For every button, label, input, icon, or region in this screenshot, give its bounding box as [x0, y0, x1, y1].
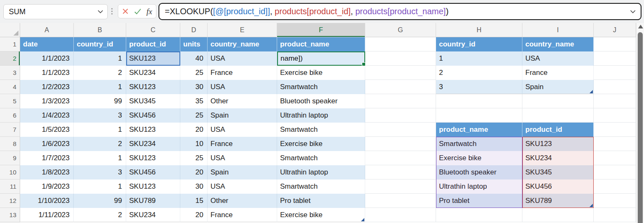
cell-I13[interactable]: [522, 208, 594, 222]
cell-G11[interactable]: [365, 179, 436, 194]
column-header-F[interactable]: F: [277, 23, 365, 37]
cell-J9[interactable]: [594, 151, 636, 165]
row-header-11[interactable]: 11: [0, 179, 20, 194]
cell-C10[interactable]: SKU456: [126, 165, 180, 179]
table-resize-handle-I4[interactable]: [589, 90, 593, 93]
row-header-4[interactable]: 4: [0, 80, 20, 94]
cell-H12[interactable]: Pro tablet: [436, 194, 522, 208]
cell-A6[interactable]: 1/4/2023: [20, 108, 74, 123]
cell-C1[interactable]: product_id: [126, 37, 180, 51]
fill-handle[interactable]: [362, 62, 366, 66]
cell-F6[interactable]: Ultrathin laptop: [277, 108, 365, 123]
cell-F4[interactable]: Smartwatch: [277, 80, 365, 94]
row-header-10[interactable]: 10: [0, 165, 20, 179]
cell-C9[interactable]: SKU123: [126, 151, 180, 165]
cell-F5[interactable]: Bluetooth speaker: [277, 94, 365, 108]
cell-B7[interactable]: 1: [74, 123, 126, 137]
cell-B8[interactable]: 2: [74, 137, 126, 151]
cell-H2[interactable]: 1: [436, 51, 522, 66]
cell-A13[interactable]: 1/11/2023: [20, 208, 74, 222]
cell-G3[interactable]: [365, 66, 436, 80]
cell-G5[interactable]: [365, 94, 436, 108]
cell-J11[interactable]: [594, 179, 636, 194]
cell-E2[interactable]: USA: [208, 51, 277, 66]
cell-C5[interactable]: SKU345: [126, 94, 180, 108]
cell-H4[interactable]: 3: [436, 80, 522, 94]
cell-H6[interactable]: [436, 108, 522, 123]
column-header-H[interactable]: H: [436, 23, 522, 37]
cell-G8[interactable]: [365, 137, 436, 151]
cell-B10[interactable]: 3: [74, 165, 126, 179]
cell-B2[interactable]: 1: [74, 51, 126, 66]
cell-A8[interactable]: 1/6/2023: [20, 137, 74, 151]
cell-C8[interactable]: SKU234: [126, 137, 180, 151]
cell-C13[interactable]: SKU234: [126, 208, 180, 222]
cell-J7[interactable]: [594, 123, 636, 137]
cell-B5[interactable]: 99: [74, 94, 126, 108]
cell-A5[interactable]: 1/3/2023: [20, 94, 74, 108]
cell-C12[interactable]: SKU789: [126, 194, 180, 208]
column-header-E[interactable]: E: [208, 23, 277, 37]
cell-E7[interactable]: USA: [208, 123, 277, 137]
cell-G12[interactable]: [365, 194, 436, 208]
cell-H11[interactable]: Ultrathin laptop: [436, 179, 522, 194]
cell-E11[interactable]: USA: [208, 179, 277, 194]
cell-I12[interactable]: SKU789: [522, 194, 594, 208]
cell-B3[interactable]: 2: [74, 66, 126, 80]
cell-I11[interactable]: SKU456: [522, 179, 594, 194]
cell-H9[interactable]: Exercise bike: [436, 151, 522, 165]
cell-I3[interactable]: France: [522, 66, 594, 80]
cell-C6[interactable]: SKU456: [126, 108, 180, 123]
cell-D10[interactable]: 20: [180, 165, 208, 179]
cell-D5[interactable]: 35: [180, 94, 208, 108]
cell-I2[interactable]: USA: [522, 51, 594, 66]
row-header-2[interactable]: 2: [0, 51, 20, 66]
cell-A1[interactable]: date: [20, 37, 74, 51]
cell-A7[interactable]: 1/5/2023: [20, 123, 74, 137]
row-header-3[interactable]: 3: [0, 66, 20, 80]
cell-B6[interactable]: 3: [74, 108, 126, 123]
column-header-I[interactable]: I: [522, 23, 594, 37]
cell-J12[interactable]: [594, 194, 636, 208]
cell-H1[interactable]: country_id: [436, 37, 522, 51]
cell-J2[interactable]: [594, 51, 636, 66]
cell-G13[interactable]: [365, 208, 436, 222]
cell-E4[interactable]: USA: [208, 80, 277, 94]
row-header-12[interactable]: 12: [0, 194, 20, 208]
cell-J8[interactable]: [594, 137, 636, 151]
row-header-9[interactable]: 9: [0, 151, 20, 165]
cell-E5[interactable]: Other: [208, 94, 277, 108]
cell-F7[interactable]: Smartwatch: [277, 123, 365, 137]
cell-I7[interactable]: product_id: [522, 123, 594, 137]
cell-B1[interactable]: country_id: [74, 37, 126, 51]
cell-E1[interactable]: country_name: [208, 37, 277, 51]
column-header-G[interactable]: G: [365, 23, 436, 37]
select-all-corner[interactable]: [0, 23, 20, 37]
cell-J13[interactable]: [594, 208, 636, 222]
cancel-button[interactable]: [122, 8, 129, 15]
cell-F11[interactable]: Smartwatch: [277, 179, 365, 194]
cell-D6[interactable]: 25: [180, 108, 208, 123]
cell-E9[interactable]: USA: [208, 151, 277, 165]
cell-F10[interactable]: Ultrathin laptop: [277, 165, 365, 179]
cell-I5[interactable]: [522, 94, 594, 108]
cell-D12[interactable]: 15: [180, 194, 208, 208]
cell-D3[interactable]: 25: [180, 66, 208, 80]
table-resize-handle-F13[interactable]: [361, 218, 364, 221]
cell-E8[interactable]: France: [208, 137, 277, 151]
cell-B4[interactable]: 1: [74, 80, 126, 94]
cell-A4[interactable]: 1/2/2023: [20, 80, 74, 94]
name-box-dropdown-icon[interactable]: [98, 10, 103, 13]
cell-I6[interactable]: [522, 108, 594, 123]
active-edit-cell-F2[interactable]: name]): [277, 51, 365, 66]
cell-I9[interactable]: SKU234: [522, 151, 594, 165]
cell-J6[interactable]: [594, 108, 636, 123]
cell-D13[interactable]: 20: [180, 208, 208, 222]
row-header-1[interactable]: 1: [0, 37, 20, 51]
cell-F1[interactable]: product_name: [277, 37, 365, 51]
cell-A2[interactable]: 1/1/2023: [20, 51, 74, 66]
cell-E6[interactable]: Spain: [208, 108, 277, 123]
insert-function-button[interactable]: fx: [146, 8, 152, 15]
cell-F9[interactable]: Smartwatch: [277, 151, 365, 165]
cell-D1[interactable]: units: [180, 37, 208, 51]
